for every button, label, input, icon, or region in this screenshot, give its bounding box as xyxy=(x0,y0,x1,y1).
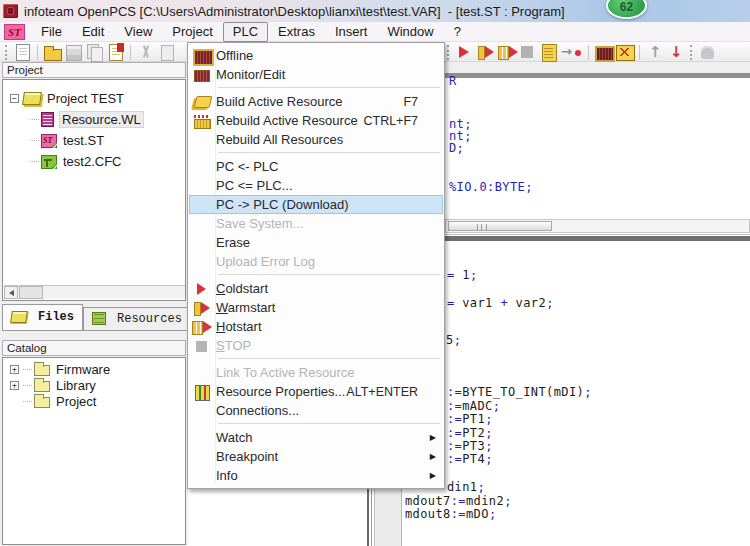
declaration-horizontal-scrollbar[interactable] xyxy=(445,219,750,233)
arrow-down-icon[interactable] xyxy=(666,43,685,61)
plc-menu-item-coldstart[interactable]: Coldstart xyxy=(189,279,443,298)
catalog-item-library[interactable]: +Library xyxy=(3,377,185,393)
st-file-icon xyxy=(41,134,57,148)
warmstart-icon[interactable] xyxy=(476,43,495,61)
plc-menu-item-warmstart[interactable]: Warmstart xyxy=(189,298,443,317)
tree-item-test-st[interactable]: test.ST xyxy=(3,130,185,151)
menu-bar: ST FileEditViewProjectPLCExtrasInsertWin… xyxy=(0,22,750,42)
plc-menu-item-stop: STOP xyxy=(189,336,443,355)
step-to-breakpoint-icon[interactable] xyxy=(560,43,583,61)
window-divider xyxy=(443,236,750,241)
plc-menu-item-pc-plc[interactable]: PC <= PLC... xyxy=(189,176,443,195)
plc-menu-item-monitor-edit[interactable]: Monitor/Edit xyxy=(189,65,443,84)
menu-item-label: Save System... xyxy=(216,216,303,231)
menu-view[interactable]: View xyxy=(114,22,162,42)
plc-menu-item-resource-properties[interactable]: Resource Properties...ALT+ENTER xyxy=(189,382,443,401)
plc-menu-item-breakpoint[interactable]: Breakpoint▶ xyxy=(189,447,443,466)
menu-item-label: Resource Properties... xyxy=(216,384,345,399)
declaration-editor-pane[interactable] xyxy=(443,78,750,219)
cfc-file-icon xyxy=(41,155,57,169)
save-icon xyxy=(64,43,83,61)
menu-icon-placeholder xyxy=(192,178,212,194)
code-line: :=PT4; xyxy=(447,453,493,466)
st-document-icon[interactable]: ST xyxy=(4,24,25,40)
save-all-icon[interactable] xyxy=(106,43,125,61)
tree-item-label: Firmware xyxy=(56,362,110,377)
catalog-item-project[interactable]: Project xyxy=(3,393,185,409)
panel-tab-files[interactable]: Files xyxy=(2,304,83,331)
menu-icon-placeholder xyxy=(192,197,212,213)
plc-menu-item-hotstart[interactable]: Hotstart xyxy=(189,317,443,336)
plus-expander-icon[interactable]: + xyxy=(10,381,19,390)
panel-tab-resources[interactable]: Resources xyxy=(83,307,188,331)
plc-menu-item-pc-plc[interactable]: PC <- PLC xyxy=(189,157,443,176)
menu-item-shortcut: F7 xyxy=(403,95,418,109)
menu-file[interactable]: File xyxy=(31,22,72,42)
menu-window[interactable]: Window xyxy=(377,22,443,42)
plc-menu-item-pc-plc-download[interactable]: PC -> PLC (Download) xyxy=(189,195,443,214)
plc-menu-item-build-active-resource[interactable]: Build Active ResourceF7 xyxy=(189,92,443,111)
coldstart-icon[interactable] xyxy=(455,43,474,61)
toolbar-grip[interactable] xyxy=(447,45,450,60)
menu-icon-placeholder xyxy=(192,216,212,232)
menu-item-shortcut: ALT+ENTER xyxy=(346,385,418,399)
menu-item-label: PC <= PLC... xyxy=(216,178,293,193)
toolbar-separator xyxy=(37,45,38,60)
plc-menu-item-rebuild-active-resource[interactable]: Rebuild Active ResourceCTRL+F7 xyxy=(189,111,443,130)
code-line: :=PT1; xyxy=(447,413,493,426)
tree-connector xyxy=(23,401,32,402)
menu-project[interactable]: Project xyxy=(162,22,222,42)
plc-menu-item-watch[interactable]: Watch▶ xyxy=(189,428,443,447)
scrollbar-thumb[interactable] xyxy=(19,286,43,299)
menu-plc[interactable]: PLC xyxy=(223,22,268,42)
toolbar-grip[interactable] xyxy=(5,45,8,60)
plc-menu-item-link-to-active-resource: Link To Active Resource xyxy=(189,363,443,382)
project-tree-horizontal-scrollbar[interactable] xyxy=(4,285,186,299)
menu-help[interactable]: ? xyxy=(444,22,471,42)
catalog-item-firmware[interactable]: +Firmware xyxy=(3,361,185,377)
menu-extras[interactable]: Extras xyxy=(268,22,325,42)
monitor-icon[interactable] xyxy=(594,43,613,61)
menu-icon-placeholder xyxy=(192,430,212,446)
plc-menu-item-erase[interactable]: Erase xyxy=(189,233,443,252)
catalog-tree: +Firmware+LibraryProject xyxy=(3,358,185,409)
menu-edit[interactable]: Edit xyxy=(72,22,114,42)
error-log-icon[interactable] xyxy=(615,43,634,61)
plus-expander-icon[interactable]: + xyxy=(10,365,19,374)
new-document-icon[interactable] xyxy=(13,43,32,61)
open-folder-icon[interactable] xyxy=(43,43,62,61)
tree-item-project-test[interactable]: −Project TEST xyxy=(3,88,185,109)
menu-item-label: Info xyxy=(216,468,238,483)
menu-insert[interactable]: Insert xyxy=(325,22,378,42)
scrollbar-thumb[interactable] xyxy=(448,221,552,231)
cut-icon xyxy=(136,43,155,61)
hand-icon xyxy=(698,43,717,61)
plc-menu-item-info[interactable]: Info▶ xyxy=(189,466,443,485)
menu-separator xyxy=(218,358,440,359)
tree-item-test2-cfc[interactable]: test2.CFC xyxy=(3,151,185,172)
tree-item-resource-wl[interactable]: Resource.WL xyxy=(3,109,185,130)
window-divider-light xyxy=(443,234,750,235)
folder-icon xyxy=(34,365,50,376)
plc-menu-item-save-system: Save System... xyxy=(189,214,443,233)
scroll-left-button[interactable] xyxy=(4,286,18,299)
code-line: din1; xyxy=(447,481,485,494)
files-folder-icon xyxy=(10,311,28,323)
plc-menu-item-connections[interactable]: Connections... xyxy=(189,401,443,420)
application-window: infoteam OpenPCS [C:\Users\Administrator… xyxy=(0,0,750,546)
resource-doc-icon xyxy=(41,112,54,127)
menu-icon-placeholder xyxy=(192,159,212,175)
menu-item-label: Offline xyxy=(216,48,253,63)
plc-menu-item-rebuild-all-resources[interactable]: Rebuild All Resources xyxy=(189,130,443,149)
warmstart-icon xyxy=(192,300,212,316)
minus-expander-icon[interactable]: − xyxy=(10,94,19,103)
arrow-up-icon xyxy=(645,43,664,61)
menu-item-label: Rebuild Active Resource xyxy=(216,113,358,128)
tree-connector xyxy=(30,161,39,162)
plc-menu-item-offline[interactable]: Offline xyxy=(189,46,443,65)
document-icon[interactable] xyxy=(539,43,558,61)
offline-icon xyxy=(192,48,212,64)
hotstart-icon[interactable] xyxy=(497,43,516,61)
toolbar-grip[interactable] xyxy=(690,45,693,60)
menu-separator xyxy=(218,423,440,424)
